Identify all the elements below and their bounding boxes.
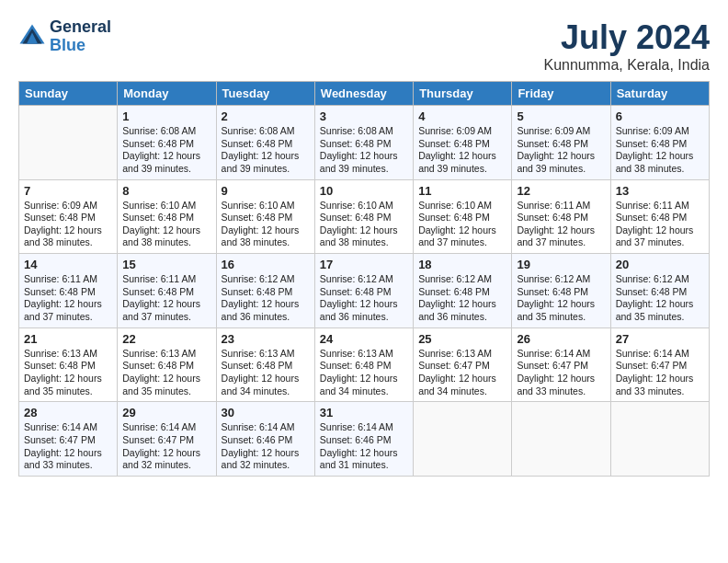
day-info: Sunset: 6:48 PM [320,138,408,151]
day-info: and 39 minutes. [122,163,210,176]
day-info: Sunset: 6:48 PM [616,212,704,224]
day-info: Daylight: 12 hours [418,373,506,385]
day-info: Sunset: 6:48 PM [320,212,408,224]
table-row: 24Sunrise: 6:13 AMSunset: 6:48 PMDayligh… [314,327,413,402]
day-info: Daylight: 12 hours [24,224,112,237]
day-number: 20 [616,258,704,271]
day-info: Sunrise: 6:08 AM [222,125,310,138]
day-info: and 37 minutes. [616,236,704,249]
day-number: 29 [122,406,210,419]
day-info: Daylight: 12 hours [122,373,210,385]
day-info: Sunset: 6:48 PM [222,286,310,299]
day-info: Daylight: 12 hours [320,373,408,385]
day-info: Daylight: 12 hours [517,224,605,237]
day-number: 9 [222,184,310,198]
day-info: and 33 minutes. [24,459,112,472]
logo-general-text: General [50,18,111,37]
day-number: 12 [517,184,605,198]
day-info: Sunset: 6:48 PM [222,212,310,224]
day-info: Sunrise: 6:13 AM [122,348,210,361]
day-info: Sunrise: 6:11 AM [122,273,210,286]
day-number: 2 [222,109,310,123]
location: Kunnumma, Kerala, India [543,57,710,74]
table-row: 31Sunrise: 6:14 AMSunset: 6:46 PMDayligh… [314,402,413,477]
col-sunday: Sunday [19,82,118,106]
day-info: Daylight: 12 hours [24,298,112,311]
col-friday: Friday [512,82,610,106]
logo: General Blue [18,18,111,55]
day-number: 31 [320,406,408,419]
day-info: and 38 minutes. [616,163,704,176]
day-info: Sunset: 6:48 PM [24,212,112,224]
day-info: and 32 minutes. [222,459,310,472]
calendar-week-row: 21Sunrise: 6:13 AMSunset: 6:48 PMDayligh… [19,327,710,402]
day-info: Sunrise: 6:13 AM [24,348,112,361]
table-row: 5Sunrise: 6:09 AMSunset: 6:48 PMDaylight… [512,106,610,180]
day-info: Sunrise: 6:10 AM [222,200,310,213]
day-number: 16 [222,258,310,271]
day-number: 8 [122,184,210,198]
day-number: 23 [222,332,310,346]
table-row: 22Sunrise: 6:13 AMSunset: 6:48 PMDayligh… [118,327,216,402]
day-info: Daylight: 12 hours [122,447,210,460]
day-info: Daylight: 12 hours [320,298,408,311]
logo-blue-text: Blue [50,37,111,55]
day-info: and 39 minutes. [320,163,408,176]
day-number: 17 [320,258,408,271]
day-info: Sunset: 6:48 PM [418,212,506,224]
day-info: Sunrise: 6:11 AM [616,200,704,213]
day-info: and 38 minutes. [222,236,310,249]
day-info: Sunset: 6:48 PM [517,212,605,224]
day-info: Daylight: 12 hours [616,224,704,237]
day-info: Sunrise: 6:11 AM [517,200,605,213]
day-info: Sunrise: 6:12 AM [616,273,704,286]
day-info: Sunset: 6:48 PM [320,360,408,373]
day-info: Sunrise: 6:08 AM [320,125,408,138]
day-info: Sunrise: 6:12 AM [517,273,605,286]
day-info: and 35 minutes. [122,385,210,398]
day-info: Daylight: 12 hours [616,298,704,311]
day-info: and 36 minutes. [320,311,408,324]
col-wednesday: Wednesday [314,82,413,106]
day-info: and 36 minutes. [222,311,310,324]
calendar-week-row: 1Sunrise: 6:08 AMSunset: 6:48 PMDaylight… [19,106,710,180]
day-info: and 38 minutes. [320,236,408,249]
table-row: 26Sunrise: 6:14 AMSunset: 6:47 PMDayligh… [512,327,610,402]
day-info: Sunset: 6:46 PM [320,434,408,447]
day-info: and 32 minutes. [122,459,210,472]
day-info: and 35 minutes. [24,385,112,398]
day-info: Sunset: 6:47 PM [24,434,112,447]
day-info: Sunset: 6:48 PM [222,138,310,151]
table-row [512,402,610,477]
day-info: Sunset: 6:48 PM [616,138,704,151]
day-info: Sunrise: 6:09 AM [517,125,605,138]
day-info: and 37 minutes. [122,311,210,324]
day-info: Daylight: 12 hours [24,373,112,385]
day-number: 11 [418,184,506,198]
day-info: and 33 minutes. [517,385,605,398]
table-row [610,402,709,477]
day-info: and 37 minutes. [418,236,506,249]
header: General Blue July 2024 Kunnumma, Kerala,… [18,18,710,74]
day-number: 15 [122,258,210,271]
day-info: Sunrise: 6:14 AM [517,348,605,361]
day-info: Sunrise: 6:14 AM [122,421,210,434]
day-number: 27 [616,332,704,346]
day-info: Sunrise: 6:14 AM [320,421,408,434]
day-number: 5 [517,109,605,123]
day-number: 3 [320,109,408,123]
day-info: Sunrise: 6:13 AM [320,348,408,361]
table-row: 30Sunrise: 6:14 AMSunset: 6:46 PMDayligh… [216,402,314,477]
day-info: Daylight: 12 hours [320,224,408,237]
day-info: Sunrise: 6:10 AM [418,200,506,213]
day-info: Sunrise: 6:13 AM [222,348,310,361]
table-row: 11Sunrise: 6:10 AMSunset: 6:48 PMDayligh… [414,179,512,254]
day-info: Sunrise: 6:12 AM [222,273,310,286]
table-row: 20Sunrise: 6:12 AMSunset: 6:48 PMDayligh… [610,254,709,328]
day-number: 19 [517,258,605,271]
calendar-week-row: 7Sunrise: 6:09 AMSunset: 6:48 PMDaylight… [19,179,710,254]
day-info: Sunset: 6:48 PM [616,286,704,299]
day-info: Sunrise: 6:11 AM [24,273,112,286]
day-number: 21 [24,332,112,346]
table-row: 17Sunrise: 6:12 AMSunset: 6:48 PMDayligh… [314,254,413,328]
